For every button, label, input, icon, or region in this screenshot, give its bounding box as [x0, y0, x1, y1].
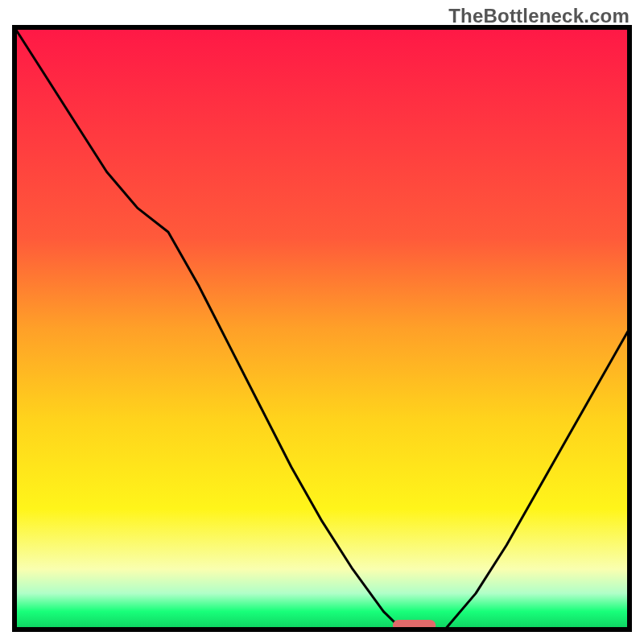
- svg-rect-0: [14, 27, 630, 630]
- chart-container: TheBottleneck.com: [0, 0, 644, 644]
- bottleneck-chart: [0, 0, 644, 644]
